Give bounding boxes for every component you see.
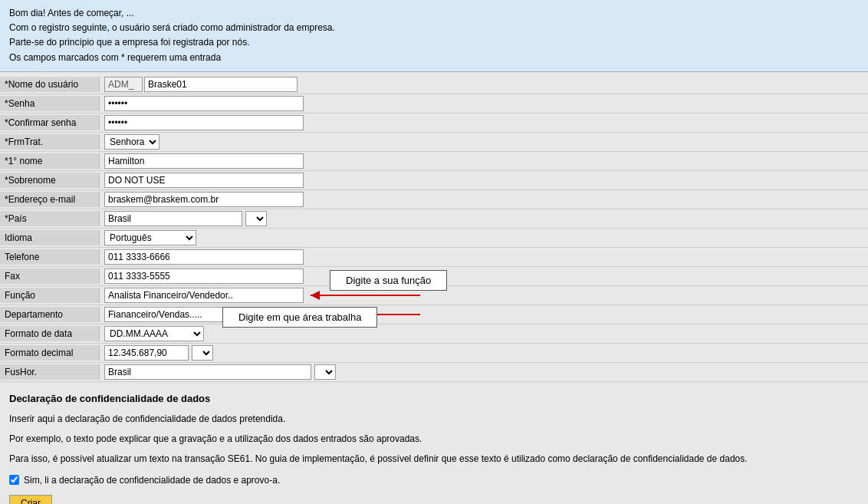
- email-input[interactable]: [104, 192, 304, 207]
- frmtrat-value: Senhora Senhor: [100, 133, 868, 151]
- decimal-format-row: Formato decimal: [0, 344, 868, 363]
- confidentiality-section: Declaração de confidencialidade de dados…: [0, 385, 868, 504]
- country-value: [100, 209, 868, 228]
- email-row: *Endereço e-mail: [0, 190, 868, 209]
- username-row: *Nome do usuário: [0, 75, 868, 94]
- firstname-value: [100, 152, 868, 170]
- fax-label: Fax: [0, 268, 100, 284]
- email-value: [100, 190, 868, 209]
- language-row: Idioma Português Inglês: [0, 229, 868, 248]
- fax-input[interactable]: [104, 268, 304, 284]
- fushor-input[interactable]: [104, 364, 311, 380]
- password-value: [100, 94, 868, 113]
- registration-form: *Nome do usuário *Senha *Confirmar senha…: [0, 72, 868, 385]
- password-label: *Senha: [0, 96, 100, 111]
- consent-checkbox[interactable]: [9, 475, 19, 485]
- decimal-format-value: [100, 344, 868, 362]
- info-line2: Com o registro seguinte, o usuário será …: [9, 21, 859, 35]
- date-format-value: DD.MM.AAAA: [100, 324, 868, 343]
- decimal-format-input[interactable]: [104, 345, 189, 361]
- country-label: *País: [0, 211, 100, 226]
- consent-row: Sim, li a declaração de confidencialidad…: [9, 475, 859, 486]
- funcao-label: Função: [0, 288, 100, 303]
- firstname-label: *1° nome: [0, 153, 100, 169]
- confidentiality-para3: Para isso, é possível atualizar um texto…: [9, 452, 859, 466]
- top-info-bar: Bom dia! Antes de começar, ... Com o reg…: [0, 0, 868, 72]
- decimal-format-select[interactable]: [192, 345, 213, 361]
- create-button[interactable]: Criar: [9, 495, 52, 504]
- frmtrat-select[interactable]: Senhora Senhor: [104, 134, 159, 150]
- funcao-tooltip: Digite a sua função: [330, 270, 447, 291]
- frmtrat-row: *FrmTrat. Senhora Senhor: [0, 133, 868, 152]
- frmtrat-label: *FrmTrat.: [0, 134, 100, 150]
- departamento-label: Departamento: [0, 307, 100, 322]
- confirm-password-label: *Confirmar senha: [0, 115, 100, 130]
- decimal-format-label: Formato decimal: [0, 345, 100, 361]
- username-value: [100, 75, 868, 94]
- fushor-row: FusHor.: [0, 363, 868, 382]
- fushor-select[interactable]: [314, 364, 336, 380]
- confirm-password-input[interactable]: [104, 115, 304, 130]
- departamento-value: Digite em que área trabalha: [100, 305, 868, 324]
- date-format-select[interactable]: DD.MM.AAAA: [104, 326, 204, 341]
- confidentiality-title: Declaração de confidencialidade de dados: [9, 393, 859, 404]
- phone-row: Telefone: [0, 248, 868, 267]
- info-line4: Os campos marcados com * requerem uma en…: [9, 51, 859, 65]
- country-input[interactable]: [104, 211, 242, 226]
- firstname-row: *1° nome: [0, 152, 868, 171]
- email-label: *Endereço e-mail: [0, 192, 100, 207]
- phone-input[interactable]: [104, 249, 304, 265]
- funcao-input[interactable]: [104, 288, 304, 303]
- lastname-row: *Sobrenome: [0, 171, 868, 190]
- info-line3: Parte-se do princípio que a empresa foi …: [9, 35, 859, 50]
- date-format-row: Formato de data DD.MM.AAAA: [0, 324, 868, 344]
- lastname-input[interactable]: [104, 173, 304, 188]
- phone-value: [100, 248, 868, 266]
- language-select[interactable]: Português Inglês: [104, 230, 196, 245]
- password-row: *Senha: [0, 94, 868, 114]
- fushor-value: [100, 363, 868, 381]
- fushor-label: FusHor.: [0, 364, 100, 380]
- fax-value: [100, 267, 868, 285]
- language-label: Idioma: [0, 230, 100, 245]
- username-label: *Nome do usuário: [0, 77, 100, 92]
- consent-label: Sim, li a declaração de confidencialidad…: [24, 475, 280, 486]
- lastname-value: [100, 171, 868, 189]
- info-line1: Bom dia! Antes de começar, ...: [9, 6, 859, 21]
- lastname-label: *Sobrenome: [0, 173, 100, 188]
- funcao-value: [100, 286, 868, 305]
- confirm-password-row: *Confirmar senha: [0, 114, 868, 133]
- fax-row: Fax Digite a sua função: [0, 267, 868, 286]
- firstname-input[interactable]: [104, 153, 304, 169]
- country-row: *País: [0, 209, 868, 229]
- country-select[interactable]: [245, 211, 267, 226]
- date-format-label: Formato de data: [0, 326, 100, 341]
- confidentiality-para1: Inserir aqui a declaração de confidencia…: [9, 412, 859, 426]
- confirm-password-value: [100, 114, 868, 132]
- departamento-tooltip: Digite em que área trabalha: [222, 307, 377, 328]
- username-prefix-input[interactable]: [104, 77, 143, 92]
- language-value: Português Inglês: [100, 229, 868, 247]
- departamento-row: Departamento Digite em que área trabalha: [0, 305, 868, 324]
- username-main-input[interactable]: [144, 77, 298, 92]
- phone-label: Telefone: [0, 249, 100, 265]
- password-input[interactable]: [104, 96, 304, 111]
- confidentiality-para2: Por exemplo, o texto pode explicar que a…: [9, 432, 859, 446]
